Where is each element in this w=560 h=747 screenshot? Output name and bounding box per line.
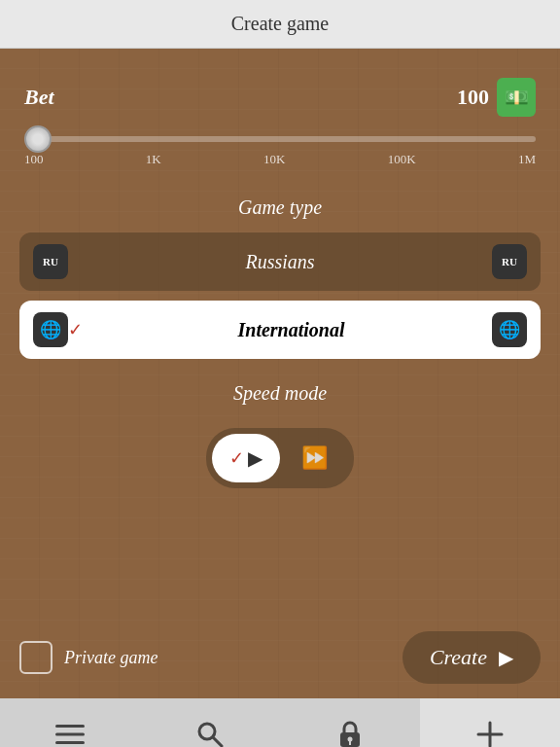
bet-value-area: 100 💵	[457, 78, 536, 117]
international-label: International	[90, 319, 492, 341]
svg-rect-2	[55, 741, 85, 744]
russians-label: Russians	[68, 251, 492, 273]
speed-normal-play-icon: ▶	[248, 446, 262, 470]
main-content: Bet 100 💵 100 1K 10K 100K 1M Game type R…	[0, 49, 560, 698]
create-button-label: Create	[430, 645, 487, 670]
selected-checkmark: ✓	[68, 319, 83, 340]
bet-header: Bet 100 💵	[24, 78, 536, 117]
nav-open[interactable]: Open	[140, 698, 280, 747]
svg-line-4	[213, 737, 222, 746]
svg-point-6	[348, 736, 353, 741]
russians-icon-right: RU	[492, 244, 527, 279]
speed-buttons: ✓ ▶ ⏩	[206, 428, 354, 488]
slider-label-10k: 10K	[263, 152, 285, 167]
international-icon-right: 🌐	[492, 312, 527, 347]
private-game-area: Private game	[19, 641, 158, 674]
bet-value: 100	[457, 85, 489, 110]
game-type-international[interactable]: 🌐 ✓ International 🌐	[19, 301, 541, 359]
slider-label-1k: 1K	[146, 152, 161, 167]
speed-normal-btn[interactable]: ✓ ▶	[212, 434, 280, 482]
nav-private[interactable]: Private	[280, 698, 420, 747]
bottom-nav: Profile Open Private Creat	[0, 698, 560, 747]
game-type-section: Game type RU Russians RU 🌐 ✓ Internation…	[19, 196, 541, 359]
nav-profile[interactable]: Profile	[0, 698, 140, 747]
bet-section: Bet 100 💵 100 1K 10K 100K 1M	[19, 68, 541, 177]
slider-label-1m: 1M	[518, 152, 536, 167]
speed-mode-title: Speed mode	[19, 382, 541, 405]
bet-slider[interactable]	[24, 136, 536, 142]
svg-rect-0	[55, 725, 85, 728]
international-icon-left: 🌐	[33, 312, 68, 347]
search-icon	[196, 721, 224, 748]
plus-icon	[475, 720, 505, 748]
slider-labels: 100 1K 10K 100K 1M	[24, 152, 536, 167]
page-title: Create game	[231, 13, 330, 35]
bet-label: Bet	[24, 85, 54, 110]
lock-icon	[337, 720, 363, 748]
russians-icon: RU	[33, 244, 68, 279]
speed-fast-btn[interactable]: ⏩	[280, 434, 348, 482]
header: Create game	[0, 0, 560, 49]
create-play-icon: ▶	[499, 646, 513, 669]
speed-normal-check: ✓	[229, 447, 244, 469]
private-game-label: Private game	[64, 648, 158, 668]
game-type-russians[interactable]: RU Russians RU	[19, 232, 541, 291]
game-type-title: Game type	[19, 196, 541, 219]
slider-label-100k: 100K	[388, 152, 416, 167]
speed-fast-icon: ⏩	[301, 445, 328, 471]
svg-rect-1	[55, 732, 85, 735]
bottom-controls: Private game Create ▶	[19, 631, 541, 684]
money-icon: 💵	[497, 78, 536, 117]
private-game-checkbox[interactable]	[19, 641, 52, 674]
create-button[interactable]: Create ▶	[402, 631, 541, 684]
slider-label-100: 100	[24, 152, 44, 167]
speed-section: Speed mode ✓ ▶ ⏩	[19, 382, 541, 488]
menu-icon	[55, 723, 85, 748]
nav-create-game[interactable]: Create game	[420, 698, 560, 747]
